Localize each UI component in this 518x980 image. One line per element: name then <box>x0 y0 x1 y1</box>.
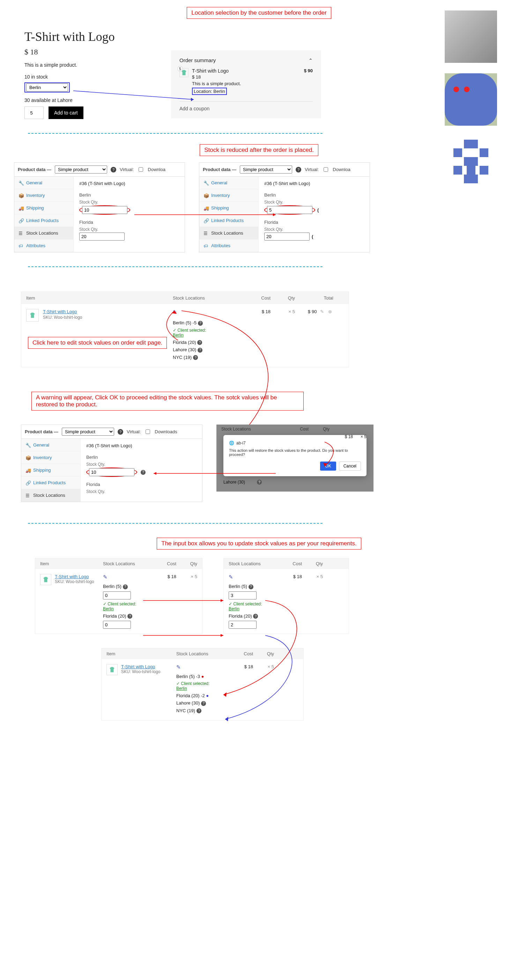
help-icon[interactable]: ? <box>118 429 123 435</box>
virtual-label: Virtual: <box>120 167 134 172</box>
sku: SKU: Woo-tshirt-logo <box>43 315 82 320</box>
berlin-qty-restored[interactable] <box>89 468 134 476</box>
qty-input[interactable] <box>24 107 44 119</box>
row-cost: $ 18 <box>152 574 176 629</box>
row-action-icons[interactable]: ✎ ⊗ <box>320 309 333 314</box>
tab-linked[interactable]: 🔗Linked Products <box>21 477 80 489</box>
help-icon[interactable]: ? <box>123 584 128 589</box>
tab-general[interactable]: 🔧General <box>199 177 258 189</box>
tab-inventory[interactable]: 📦Inventory <box>14 189 73 202</box>
help-icon[interactable]: ? <box>201 701 206 706</box>
modal-host: ab-i7 <box>236 441 246 445</box>
download-label: Downloa <box>148 167 165 172</box>
loc-florida-label: Florida <box>79 220 179 225</box>
help-icon[interactable]: ? <box>111 167 116 172</box>
sl-nyc: NYC (19) <box>176 708 195 713</box>
tab-stock-locations[interactable]: ☰Stock Locations <box>21 489 80 502</box>
stock-line: 10 in stock <box>24 74 157 80</box>
sl-lahore: Lahore (30) <box>176 700 200 706</box>
berlin-qty-before[interactable] <box>82 206 127 214</box>
virtual-label: Virtual: <box>127 429 141 434</box>
tab-inventory[interactable]: 📦Inventory <box>21 452 80 464</box>
product-link[interactable]: T-Shirt with Logo <box>121 664 155 669</box>
tab-inventory[interactable]: 📦Inventory <box>199 189 258 202</box>
help-icon[interactable]: ? <box>197 708 202 713</box>
product-type-select[interactable]: Simple product <box>62 428 114 436</box>
help-icon[interactable]: ? <box>198 321 203 326</box>
tab-shipping[interactable]: 🚚Shipping <box>14 202 73 214</box>
col-stock-locations: Stock Locations <box>103 561 152 566</box>
berlin-qty-after[interactable] <box>267 206 312 214</box>
tab-shipping[interactable]: 🚚Shipping <box>199 202 258 214</box>
berlin-edit-input-right[interactable] <box>229 592 257 600</box>
col-qty: Qty <box>176 561 197 566</box>
col-stock-locations: Stock Locations <box>221 426 284 431</box>
tab-stock-locations[interactable]: ☰Stock Locations <box>14 227 73 240</box>
client-selected-loc[interactable]: Berlin <box>173 333 184 337</box>
pencil-icon[interactable]: ✎ <box>229 574 233 580</box>
florida-qty-before[interactable] <box>79 232 125 240</box>
annotation-1: Location selection by the customer befor… <box>187 7 331 19</box>
help-icon[interactable]: ? <box>253 614 258 619</box>
tab-attributes[interactable]: 🏷Attributes <box>14 240 73 252</box>
help-icon[interactable]: ? <box>127 614 132 619</box>
help-icon[interactable]: ? <box>193 355 198 360</box>
help-icon[interactable]: ? <box>296 167 301 172</box>
row-qty: × 5 <box>270 309 295 362</box>
tab-linked[interactable]: 🔗Linked Products <box>14 214 73 227</box>
product-data-label: Product data — <box>25 429 58 434</box>
location-select[interactable]: Berlin <box>26 83 68 91</box>
product-link[interactable]: T-Shirt with Logo <box>55 574 89 579</box>
download-label: Downloa <box>333 167 350 172</box>
product-link[interactable]: T-Shirt with Logo <box>43 309 77 314</box>
florida-qty-after[interactable] <box>264 232 310 240</box>
tab-general[interactable]: 🔧General <box>14 177 73 189</box>
product-type-select[interactable]: Simple product <box>55 165 107 173</box>
client-selected-label: ✓ Client selected: <box>176 681 210 686</box>
product-data-after: Product data — Simple product ? Virtual:… <box>199 162 370 253</box>
tab-linked[interactable]: 🔗Linked Products <box>199 214 258 227</box>
client-selected-loc[interactable]: Berlin <box>229 606 240 611</box>
loc-florida-label: Florida <box>86 482 197 487</box>
client-selected-label: ✓ Client selected: <box>103 601 136 606</box>
client-selected-loc[interactable]: Berlin <box>103 606 114 611</box>
florida-edit-input-left[interactable] <box>103 621 131 629</box>
col-cost: Cost <box>278 561 302 566</box>
client-selected-loc[interactable]: Berlin <box>176 686 187 691</box>
pencil-icon[interactable]: ✎ <box>103 574 108 580</box>
product-type-select[interactable]: Simple product <box>240 165 292 173</box>
florida-edit-input-right[interactable] <box>229 621 257 629</box>
tab-shipping[interactable]: 🚚Shipping <box>21 464 80 477</box>
row-qty: × 5 <box>361 434 367 439</box>
col-stock-locations: Stock Locations <box>229 561 278 566</box>
modal-ok-button[interactable]: OK <box>320 461 336 471</box>
stockqty-label: Stock Qty. <box>79 200 179 205</box>
chevron-up-icon[interactable]: ⌃ <box>308 57 313 63</box>
modal-cancel-button[interactable]: Cancel <box>339 461 361 471</box>
loc-berlin-label: Berlin <box>86 455 197 460</box>
help-icon[interactable]: ? <box>197 348 202 353</box>
add-coupon-link[interactable]: Add a coupon <box>180 101 313 111</box>
virtual-checkbox[interactable] <box>138 167 143 172</box>
virtual-checkbox[interactable] <box>324 167 328 172</box>
tab-stock-locations[interactable]: ☰Stock Locations <box>199 227 258 240</box>
row-cost: $ 18 <box>239 309 270 362</box>
help-icon[interactable]: ? <box>257 480 262 485</box>
panel-item-title: #36 (T-Shirt with Logo) <box>264 181 364 186</box>
help-icon[interactable]: ? <box>197 340 202 345</box>
help-icon[interactable]: ? <box>141 470 146 475</box>
pencil-icon[interactable]: ✎ <box>176 664 181 670</box>
confirm-modal: 🌐ab-i7 This action will restore the stoc… <box>223 435 367 476</box>
berlin-edit-input-left[interactable] <box>103 592 131 600</box>
pencil-icon[interactable]: ✎ <box>173 309 177 315</box>
add-to-cart-button[interactable]: Add to cart <box>49 107 83 119</box>
product-data-before: Product data — Simple product ? Virtual:… <box>14 162 185 253</box>
tab-attributes[interactable]: 🏷Attributes <box>199 240 258 252</box>
tab-general[interactable]: 🔧General <box>21 439 80 452</box>
sl-lahore: Lahore (30) <box>173 347 196 352</box>
globe-icon: 🌐 <box>229 441 234 445</box>
help-icon[interactable]: ? <box>248 584 253 589</box>
product-data-label: Product data — <box>203 167 236 172</box>
virtual-checkbox[interactable] <box>146 430 150 434</box>
row-cost: $ 18 <box>345 434 353 439</box>
